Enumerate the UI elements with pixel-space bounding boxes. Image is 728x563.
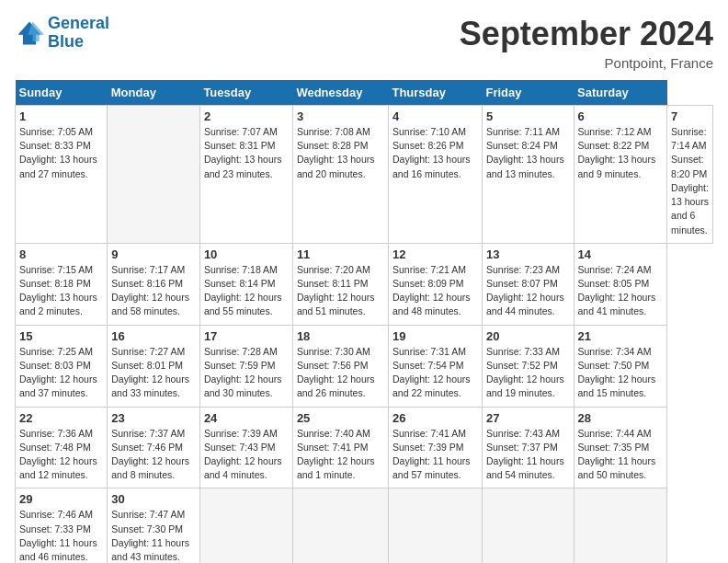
calendar-cell: 19Sunrise: 7:31 AM Sunset: 7:54 PM Dayli… xyxy=(388,325,482,407)
title-block: September 2024 Pontpoint, France xyxy=(460,15,713,71)
weekday-header-row: SundayMondayTuesdayWednesdayThursdayFrid… xyxy=(16,80,713,106)
calendar-week-1: 8Sunrise: 7:15 AM Sunset: 8:18 PM Daylig… xyxy=(16,243,713,325)
logo-text: General Blue xyxy=(48,15,109,52)
weekday-header-thursday: Thursday xyxy=(388,80,482,106)
calendar-cell: 16Sunrise: 7:27 AM Sunset: 8:01 PM Dayli… xyxy=(108,325,200,407)
calendar-cell: 12Sunrise: 7:21 AM Sunset: 8:09 PM Dayli… xyxy=(388,243,482,325)
weekday-header-sunday: Sunday xyxy=(16,80,108,106)
calendar-cell: 11Sunrise: 7:20 AM Sunset: 8:11 PM Dayli… xyxy=(292,243,388,325)
logo-line2: Blue xyxy=(48,32,84,51)
calendar-cell: 29Sunrise: 7:46 AM Sunset: 7:33 PM Dayli… xyxy=(16,488,108,563)
calendar-week-0: 1Sunrise: 7:05 AM Sunset: 8:33 PM Daylig… xyxy=(16,106,713,244)
calendar-cell: 9Sunrise: 7:17 AM Sunset: 8:16 PM Daylig… xyxy=(108,243,200,325)
calendar-cell: 7Sunrise: 7:14 AM Sunset: 8:20 PM Daylig… xyxy=(667,106,713,244)
calendar-cell: 27Sunrise: 7:43 AM Sunset: 7:37 PM Dayli… xyxy=(483,407,574,488)
location: Pontpoint, France xyxy=(460,55,713,71)
calendar-cell: 26Sunrise: 7:41 AM Sunset: 7:39 PM Dayli… xyxy=(388,407,482,488)
logo-line1: General xyxy=(48,14,109,32)
calendar-cell: 10Sunrise: 7:18 AM Sunset: 8:14 PM Dayli… xyxy=(199,243,292,325)
calendar-cell xyxy=(108,106,200,244)
calendar-cell: 2Sunrise: 7:07 AM Sunset: 8:31 PM Daylig… xyxy=(199,106,292,244)
calendar-cell: 5Sunrise: 7:11 AM Sunset: 8:24 PM Daylig… xyxy=(483,106,574,244)
weekday-header-friday: Friday xyxy=(483,80,574,106)
calendar-cell: 6Sunrise: 7:12 AM Sunset: 8:22 PM Daylig… xyxy=(574,106,667,244)
calendar-week-2: 15Sunrise: 7:25 AM Sunset: 8:03 PM Dayli… xyxy=(16,325,713,407)
month-title: September 2024 xyxy=(460,15,713,53)
weekday-header-monday: Monday xyxy=(108,80,200,106)
calendar-cell xyxy=(574,488,667,563)
calendar-cell: 20Sunrise: 7:33 AM Sunset: 7:52 PM Dayli… xyxy=(483,325,574,407)
calendar-cell: 14Sunrise: 7:24 AM Sunset: 8:05 PM Dayli… xyxy=(574,243,667,325)
calendar-table: SundayMondayTuesdayWednesdayThursdayFrid… xyxy=(15,80,713,563)
calendar-cell: 23Sunrise: 7:37 AM Sunset: 7:46 PM Dayli… xyxy=(108,407,200,488)
calendar-cell: 4Sunrise: 7:10 AM Sunset: 8:26 PM Daylig… xyxy=(388,106,482,244)
weekday-header-wednesday: Wednesday xyxy=(292,80,388,106)
logo: General Blue xyxy=(15,15,109,52)
calendar-cell: 24Sunrise: 7:39 AM Sunset: 7:43 PM Dayli… xyxy=(199,407,292,488)
calendar-cell xyxy=(388,488,482,563)
weekday-header-tuesday: Tuesday xyxy=(199,80,292,106)
calendar-week-3: 22Sunrise: 7:36 AM Sunset: 7:48 PM Dayli… xyxy=(16,407,713,488)
calendar-cell: 15Sunrise: 7:25 AM Sunset: 8:03 PM Dayli… xyxy=(16,325,108,407)
calendar-cell xyxy=(292,488,388,563)
calendar-cell: 3Sunrise: 7:08 AM Sunset: 8:28 PM Daylig… xyxy=(292,106,388,244)
calendar-cell: 30Sunrise: 7:47 AM Sunset: 7:30 PM Dayli… xyxy=(108,488,200,563)
page-header: General Blue September 2024 Pontpoint, F… xyxy=(15,15,713,71)
calendar-cell xyxy=(483,488,574,563)
calendar-cell: 18Sunrise: 7:30 AM Sunset: 7:56 PM Dayli… xyxy=(292,325,388,407)
calendar-cell: 21Sunrise: 7:34 AM Sunset: 7:50 PM Dayli… xyxy=(574,325,667,407)
calendar-cell: 1Sunrise: 7:05 AM Sunset: 8:33 PM Daylig… xyxy=(16,106,108,244)
calendar-cell: 8Sunrise: 7:15 AM Sunset: 8:18 PM Daylig… xyxy=(16,243,108,325)
calendar-cell: 17Sunrise: 7:28 AM Sunset: 7:59 PM Dayli… xyxy=(199,325,292,407)
weekday-header-saturday: Saturday xyxy=(574,80,667,106)
calendar-cell: 13Sunrise: 7:23 AM Sunset: 8:07 PM Dayli… xyxy=(483,243,574,325)
calendar-cell: 25Sunrise: 7:40 AM Sunset: 7:41 PM Dayli… xyxy=(292,407,388,488)
logo-icon xyxy=(15,18,44,48)
calendar-cell: 28Sunrise: 7:44 AM Sunset: 7:35 PM Dayli… xyxy=(574,407,667,488)
calendar-week-4: 29Sunrise: 7:46 AM Sunset: 7:33 PM Dayli… xyxy=(16,488,713,563)
calendar-cell: 22Sunrise: 7:36 AM Sunset: 7:48 PM Dayli… xyxy=(16,407,108,488)
calendar-cell xyxy=(199,488,292,563)
